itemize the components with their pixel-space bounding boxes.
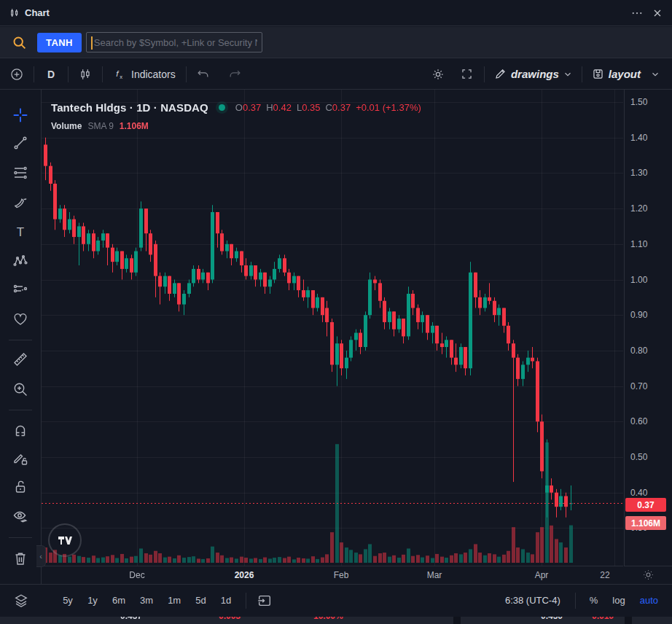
range-button-6m[interactable]: 6m	[108, 591, 130, 610]
auto-scale-button[interactable]: auto	[633, 592, 665, 609]
range-button-1m[interactable]: 1m	[163, 591, 185, 610]
price-tick-label: 1.10	[630, 239, 647, 249]
clipped-text: 0.003	[219, 617, 241, 621]
price-chart-canvas[interactable]	[42, 90, 623, 566]
volume-ma-label: SMA 9	[87, 121, 113, 131]
tool-brush-icon[interactable]	[7, 190, 34, 214]
tool-ruler-icon[interactable]	[7, 347, 34, 372]
save-layout-icon	[591, 67, 605, 81]
clipped-text: 0.010	[592, 617, 614, 621]
redo-icon[interactable]	[224, 63, 246, 85]
svg-text:T: T	[17, 225, 24, 239]
price-axis[interactable]: 1.501.401.301.201.101.000.900.800.700.60…	[624, 90, 672, 566]
symbol-search-box	[86, 32, 262, 52]
time-tick-label: Feb	[334, 570, 349, 580]
sidebar-divider	[9, 537, 32, 538]
chart-type-button[interactable]	[74, 63, 96, 85]
interval-button[interactable]: D	[40, 63, 62, 85]
time-tick-label: Dec	[129, 570, 144, 580]
object-tree-icon[interactable]	[13, 593, 35, 609]
tool-hide-drawings-icon[interactable]	[7, 504, 34, 529]
volume-label: Volume	[51, 121, 82, 131]
change-value: +0.01 (+1.37%)	[356, 102, 421, 113]
price-tick-label: 0.60	[630, 416, 647, 426]
sidebar-divider	[9, 340, 32, 340]
tool-lock-all-drawings-icon[interactable]	[7, 475, 34, 499]
last-price-badge: 0.37	[625, 498, 666, 512]
tool-zoom-in-icon[interactable]	[7, 377, 34, 402]
chart-pane[interactable]	[42, 90, 623, 566]
text-caret	[91, 36, 93, 50]
more-options-icon[interactable]	[627, 3, 647, 23]
chart-window-icon	[9, 7, 20, 19]
price-tick-label: 0.70	[630, 381, 647, 391]
price-tick-label: 1.30	[630, 168, 647, 178]
price-tick-label: 0.50	[630, 452, 647, 462]
tool-drawing-mode-lock-icon[interactable]	[7, 446, 34, 471]
clipped-text: 10.00%	[313, 617, 343, 621]
layout-menu-button[interactable]: layout	[588, 63, 663, 85]
title-bar: Chart	[0, 0, 672, 26]
time-tick-label: 22	[600, 570, 609, 580]
session-clock[interactable]: 6:38 (UTC-4)	[505, 595, 560, 606]
range-button-5y[interactable]: 5y	[58, 591, 77, 610]
fx-icon: fx	[113, 67, 128, 82]
ohlc-values: O0.37H0.42L0.35C0.37+0.01 (+1.37%)	[235, 102, 421, 113]
sidebar-divider	[9, 410, 32, 410]
clipped-text: 0.457	[120, 617, 142, 621]
volume-legend[interactable]: Volume SMA 9 1.106M	[51, 120, 149, 133]
last-volume-badge: 1.106M	[625, 516, 666, 530]
legend-title[interactable]: Tantech Hldgs · 1D · NASDAQ	[51, 101, 208, 114]
time-tick-label: Apr	[535, 570, 549, 580]
clipped-ticker-cell: 0.4570.00310.00%	[0, 617, 453, 624]
range-button-5d[interactable]: 5d	[191, 591, 210, 610]
price-tick-label: 0.80	[630, 346, 647, 356]
time-axis[interactable]: NovDec2026FebMarApr22	[42, 566, 623, 583]
panel-collapse-handle[interactable]: ‹	[36, 545, 46, 567]
pencil-icon	[493, 67, 507, 81]
symbol-legend[interactable]: Tantech Hldgs · 1D · NASDAQ O0.37H0.42L0…	[51, 99, 421, 115]
range-button-1d[interactable]: 1d	[216, 591, 235, 610]
tool-text-tool-icon[interactable]: T	[7, 219, 34, 244]
tool-xabcd-pattern-icon[interactable]	[7, 249, 34, 273]
chevron-down-icon	[650, 69, 660, 79]
tool-magnet-icon[interactable]	[7, 418, 34, 442]
price-tick-label: 0.40	[630, 488, 647, 498]
percent-scale-button[interactable]: %	[583, 592, 605, 609]
sun-brightness-icon[interactable]	[642, 569, 655, 581]
close-icon[interactable]	[647, 3, 668, 23]
volume-value: 1.106M	[120, 121, 149, 131]
time-tick-label: Mar	[427, 570, 442, 580]
price-tick-label: 1.50	[630, 97, 647, 107]
symbol-chip[interactable]: TANH	[37, 33, 82, 52]
tool-fib-retracement-icon[interactable]	[7, 160, 34, 185]
tool-trend-line-icon[interactable]	[7, 130, 34, 155]
settings-gear-icon[interactable]	[427, 63, 449, 85]
price-tick-label: 1.40	[630, 133, 647, 143]
add-symbol-button[interactable]	[6, 63, 28, 85]
tool-forecast-icon[interactable]	[7, 278, 34, 303]
chart-window: Chart TANH D	[0, 0, 672, 624]
clipped-ticker-cell: 0.4500.010	[461, 617, 625, 624]
axis-theme-corner[interactable]	[624, 566, 672, 583]
drawings-menu-button[interactable]: drawings	[491, 63, 576, 85]
tool-cursor-crosshair-icon[interactable]	[7, 103, 34, 128]
log-scale-button[interactable]: log	[606, 592, 631, 609]
search-input[interactable]	[87, 37, 262, 48]
tool-remove-drawings-icon[interactable]	[7, 546, 34, 571]
clipped-ticker-cell	[632, 617, 672, 624]
market-status-dot	[219, 104, 225, 111]
clipped-watchlist-strip: 0.4570.00310.00% 0.4500.010	[0, 617, 672, 624]
fullscreen-icon[interactable]	[456, 63, 478, 85]
bottom-toolbar: 5y1y6m3m1m5d1d 6:38 (UTC-4) % log auto	[0, 584, 672, 616]
range-button-1y[interactable]: 1y	[83, 591, 102, 610]
undo-icon[interactable]	[192, 63, 214, 85]
range-button-3m[interactable]: 3m	[136, 591, 157, 610]
tradingview-watermark	[48, 523, 82, 557]
indicators-button[interactable]: fx Indicators	[109, 63, 180, 85]
symbol-search-row: TANH	[0, 27, 672, 58]
price-tick-label: 0.90	[630, 310, 647, 320]
tool-emoji-heart-icon[interactable]	[7, 307, 34, 332]
goto-date-icon[interactable]	[257, 593, 273, 609]
drawing-toolbar: T	[0, 90, 42, 616]
